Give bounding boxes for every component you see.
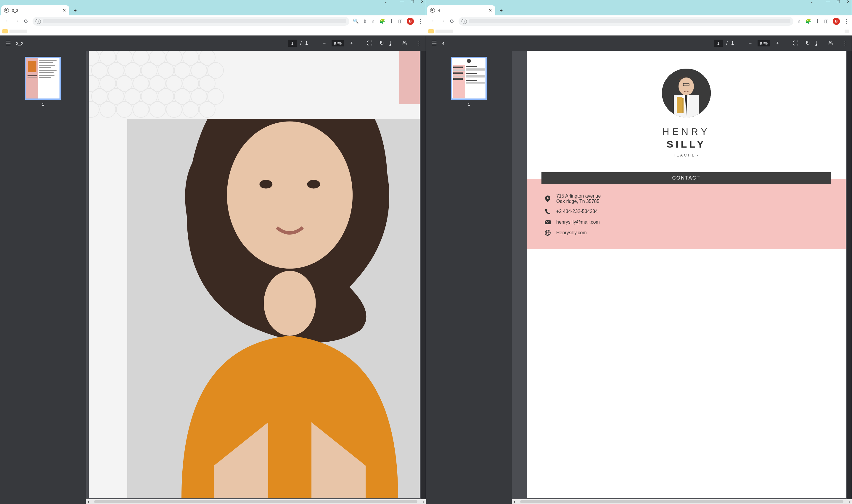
- profile-avatar[interactable]: B: [833, 18, 840, 25]
- viewer-body: 1: [426, 51, 852, 504]
- site-info-icon[interactable]: i: [462, 19, 467, 24]
- site-info-icon[interactable]: i: [36, 19, 41, 24]
- zoom-out-button[interactable]: −: [320, 40, 329, 47]
- scroll-right-icon[interactable]: ►: [421, 500, 426, 503]
- horizontal-scrollbar[interactable]: ◄ ►: [86, 499, 426, 504]
- bookmark-star-icon[interactable]: ☆: [371, 18, 375, 24]
- page-content[interactable]: ◄ ►: [86, 51, 426, 504]
- new-tab-button[interactable]: +: [497, 6, 505, 15]
- zoom-level[interactable]: 97%: [758, 40, 770, 47]
- toolbar-center: / 1 − 97% + ⛶ ↻: [714, 40, 812, 47]
- fit-page-icon[interactable]: ⛶: [365, 40, 374, 47]
- thumbnail-label: 1: [468, 102, 470, 107]
- bookmark-folder-icon[interactable]: [2, 29, 8, 33]
- bookmark-star-icon[interactable]: ☆: [797, 18, 801, 24]
- url-input[interactable]: i: [33, 17, 349, 26]
- extensions-icon[interactable]: 🧩: [805, 18, 811, 24]
- close-window-icon[interactable]: ✕: [847, 0, 850, 4]
- viewer-toolbar: ☰ 3_2 / 1 − 97% + ⛶ ↻ ⭳ 🖶 ⋮: [0, 36, 426, 51]
- bookmarks-bar: [426, 27, 852, 36]
- sidepanel-icon[interactable]: ◫: [398, 18, 403, 24]
- contact-email: henrysilly@mail.com: [544, 219, 828, 226]
- zoom-in-button[interactable]: +: [347, 40, 356, 47]
- downloads-icon[interactable]: ⭳: [815, 19, 820, 24]
- browser-menu-icon[interactable]: ⋮: [844, 18, 849, 24]
- page-input[interactable]: [288, 40, 297, 47]
- page-input[interactable]: [714, 40, 723, 47]
- new-tab-button[interactable]: +: [71, 6, 79, 15]
- close-tab-icon[interactable]: ✕: [488, 8, 492, 13]
- browser-tab[interactable]: 4 ✕: [427, 5, 495, 15]
- reload-button[interactable]: ⟳: [447, 17, 457, 26]
- browser-menu-icon[interactable]: ⋮: [418, 18, 423, 24]
- forward-button[interactable]: →: [438, 17, 447, 26]
- scroll-left-icon[interactable]: ◄: [86, 500, 90, 503]
- zoom-out-button[interactable]: −: [746, 40, 754, 47]
- close-tab-icon[interactable]: ✕: [63, 8, 66, 13]
- address-bar: ← → ⟳ i 🔍 ⇪ ☆ 🧩 ⭳ ◫ B ⋮: [0, 15, 426, 27]
- url-input[interactable]: i: [458, 17, 794, 26]
- back-button[interactable]: ←: [428, 17, 438, 26]
- contact-phone: +2 434-232-534234: [544, 208, 828, 215]
- page-content[interactable]: HENRY SILLY TEACHER CONTACT 715 Arlingto…: [512, 51, 852, 504]
- rotate-icon[interactable]: ↻: [377, 40, 386, 47]
- viewer-toolbar: ☰ 4 / 1 − 97% + ⛶ ↻ ⭳ 🖶 ⋮: [426, 36, 852, 51]
- scroll-left-icon[interactable]: ◄: [512, 500, 516, 503]
- downloads-icon[interactable]: ⭳: [389, 19, 394, 24]
- bookmark-folder-icon[interactable]: [428, 29, 434, 33]
- page-thumbnail[interactable]: [25, 57, 61, 100]
- url-text-blur: [43, 19, 346, 23]
- toolbar-right: ⭳ 🖶 ⋮: [812, 40, 849, 47]
- vertical-scrollbar[interactable]: [421, 51, 426, 504]
- resume-role: TEACHER: [527, 153, 846, 157]
- viewer-menu-icon[interactable]: ☰: [428, 40, 440, 47]
- horizontal-scrollbar[interactable]: ◄ ►: [512, 499, 852, 504]
- page-separator: /: [300, 40, 302, 46]
- tab-search-icon[interactable]: ⌄: [384, 0, 387, 4]
- share-icon[interactable]: ⇪: [363, 18, 367, 24]
- back-button[interactable]: ←: [2, 17, 12, 26]
- document-title: 3_2: [16, 41, 288, 46]
- minimize-icon[interactable]: —: [400, 0, 404, 4]
- bookmark-blur: [845, 30, 849, 33]
- window-controls: — ☐ ✕: [826, 0, 850, 4]
- browser-tab[interactable]: 3_2 ✕: [1, 5, 69, 15]
- minimize-icon[interactable]: —: [826, 0, 830, 4]
- page-separator: /: [727, 40, 728, 46]
- viewer-more-icon[interactable]: ⋮: [840, 40, 849, 47]
- svg-point-4: [307, 180, 320, 188]
- window-controls: — ☐ ✕: [400, 0, 424, 4]
- close-window-icon[interactable]: ✕: [421, 0, 424, 4]
- print-button[interactable]: 🖶: [400, 40, 409, 47]
- vertical-scrollbar[interactable]: [847, 51, 852, 504]
- scroll-right-icon[interactable]: ►: [848, 500, 852, 503]
- forward-button[interactable]: →: [12, 17, 21, 26]
- zoom-in-button[interactable]: +: [773, 40, 782, 47]
- resume-first-name: HENRY: [527, 126, 846, 137]
- viewer-menu-icon[interactable]: ☰: [2, 40, 14, 47]
- zoom-icon[interactable]: 🔍: [353, 18, 359, 24]
- tab-title: 3_2: [12, 8, 61, 13]
- rotate-icon[interactable]: ↻: [803, 40, 812, 47]
- address-actions: ☆ 🧩 ⭳ ◫ B ⋮: [797, 18, 849, 25]
- document-title: 4: [442, 41, 714, 46]
- fit-page-icon[interactable]: ⛶: [791, 40, 800, 47]
- maximize-icon[interactable]: ☐: [837, 0, 840, 4]
- zoom-level[interactable]: 97%: [332, 40, 344, 47]
- url-text-blur: [469, 19, 790, 23]
- maximize-icon[interactable]: ☐: [411, 0, 414, 4]
- thumbnail-panel: 1: [426, 51, 512, 504]
- pdf-page: [89, 51, 420, 498]
- sidepanel-icon[interactable]: ◫: [824, 18, 829, 24]
- tab-title: 4: [438, 8, 487, 13]
- bookmark-blur: [435, 30, 453, 33]
- reload-button[interactable]: ⟳: [21, 17, 31, 26]
- download-button[interactable]: ⭳: [812, 40, 821, 47]
- extensions-icon[interactable]: 🧩: [379, 18, 385, 24]
- print-button[interactable]: 🖶: [826, 40, 835, 47]
- viewer-more-icon[interactable]: ⋮: [415, 40, 423, 47]
- profile-avatar[interactable]: B: [407, 18, 414, 25]
- page-thumbnail[interactable]: [451, 57, 487, 100]
- tab-search-icon[interactable]: ⌄: [810, 0, 813, 4]
- download-button[interactable]: ⭳: [386, 40, 395, 47]
